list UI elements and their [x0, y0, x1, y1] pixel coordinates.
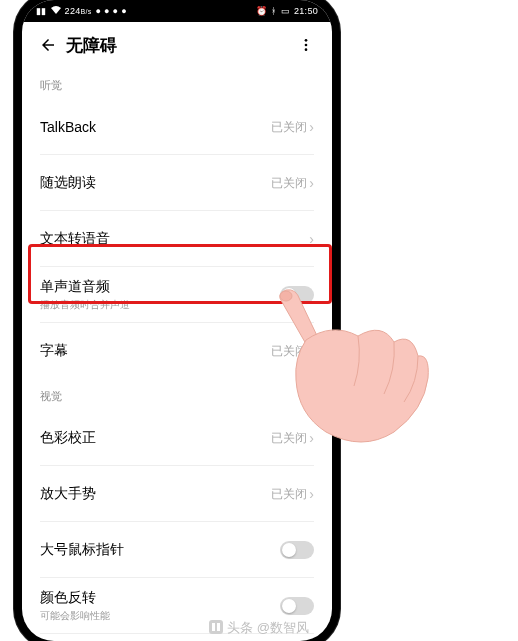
- chevron-right-icon: ›: [309, 232, 314, 246]
- row-mono-audio[interactable]: 单声道音频 播放音频时合并声道: [22, 267, 332, 323]
- svg-point-2: [305, 48, 308, 51]
- row-label: 单声道音频: [40, 278, 280, 296]
- status-bar-right: ⏰ ᚼ ▭ 21:50: [256, 6, 318, 16]
- row-value: 已关闭: [271, 430, 307, 447]
- row-label: 大号鼠标指针: [40, 541, 280, 559]
- chevron-right-icon: ›: [309, 176, 314, 190]
- more-button[interactable]: [292, 31, 320, 59]
- toggle-large-pointer[interactable]: [280, 541, 314, 559]
- row-value: 已关闭: [271, 175, 307, 192]
- row-large-pointer[interactable]: 大号鼠标指针: [22, 522, 332, 578]
- row-label: 颜色反转: [40, 589, 280, 607]
- watermark: 头条 @数智风: [0, 619, 518, 637]
- status-bar-left: ▮▮ 224B/s ● ● ● ●: [36, 6, 127, 16]
- chevron-right-icon: ›: [309, 120, 314, 134]
- notification-dots-icon: ● ● ● ●: [96, 6, 127, 16]
- svg-rect-6: [217, 623, 220, 631]
- row-label: 色彩校正: [40, 429, 271, 447]
- clock-text: 21:50: [294, 6, 318, 16]
- chevron-right-icon: ›: [309, 431, 314, 445]
- wifi-icon: [51, 6, 61, 16]
- signal-icon: ▮▮: [36, 6, 47, 16]
- row-select-to-speak[interactable]: 随选朗读 已关闭 ›: [22, 155, 332, 211]
- row-value: 已关闭: [271, 486, 307, 503]
- more-vertical-icon: [298, 37, 314, 53]
- svg-rect-5: [212, 623, 215, 631]
- arrow-left-icon: [39, 36, 57, 54]
- row-label: 随选朗读: [40, 174, 271, 192]
- chevron-right-icon: ›: [309, 487, 314, 501]
- row-talkback[interactable]: TalkBack 已关闭 ›: [22, 99, 332, 155]
- svg-rect-4: [209, 620, 223, 634]
- watermark-logo-icon: [209, 620, 223, 634]
- row-magnification[interactable]: 放大手势 已关闭 ›: [22, 466, 332, 522]
- toggle-color-invert[interactable]: [280, 597, 314, 615]
- row-label: 文本转语音: [40, 230, 309, 248]
- page-header: 无障碍: [22, 22, 332, 68]
- net-speed: 224B/s: [65, 6, 92, 16]
- row-label: 字幕: [40, 342, 271, 360]
- phone-frame: ▮▮ 224B/s ● ● ● ● ⏰ ᚼ ▭ 21:50 无障碍 听觉 Tal…: [22, 0, 332, 641]
- bluetooth-icon: ᚼ: [271, 6, 276, 16]
- row-label: TalkBack: [40, 119, 271, 135]
- row-label: 放大手势: [40, 485, 271, 503]
- back-button[interactable]: [34, 31, 62, 59]
- svg-point-0: [305, 39, 308, 42]
- settings-content: 听觉 TalkBack 已关闭 › 随选朗读 已关闭 › 文本转语音 › 单声道…: [22, 68, 332, 641]
- watermark-text: 头条 @数智风: [227, 620, 309, 635]
- row-value: 已关闭: [271, 343, 307, 360]
- row-tts[interactable]: 文本转语音 ›: [22, 211, 332, 267]
- section-label-hearing: 听觉: [22, 68, 332, 99]
- chevron-right-icon: ›: [309, 344, 314, 358]
- row-value: 已关闭: [271, 119, 307, 136]
- row-color-correction[interactable]: 色彩校正 已关闭 ›: [22, 410, 332, 466]
- battery-icon: ▭: [281, 6, 290, 16]
- page-title: 无障碍: [66, 34, 292, 57]
- row-captions[interactable]: 字幕 已关闭 ›: [22, 323, 332, 379]
- svg-point-1: [305, 44, 308, 47]
- section-label-vision: 视觉: [22, 379, 332, 410]
- row-sublabel: 播放音频时合并声道: [40, 298, 280, 312]
- alarm-icon: ⏰: [256, 6, 267, 16]
- status-bar: ▮▮ 224B/s ● ● ● ● ⏰ ᚼ ▭ 21:50: [22, 0, 332, 22]
- toggle-mono-audio[interactable]: [280, 286, 314, 304]
